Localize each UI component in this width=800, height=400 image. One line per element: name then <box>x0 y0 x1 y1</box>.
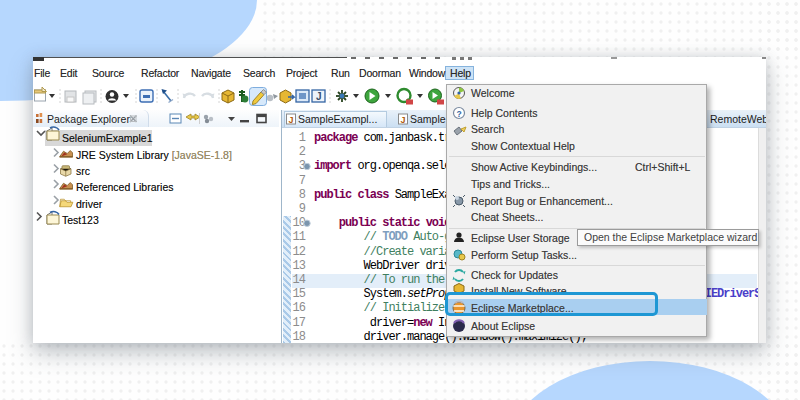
svg-text:?: ? <box>457 109 462 119</box>
svg-text:J: J <box>401 115 406 125</box>
svg-text:J: J <box>316 91 322 102</box>
svg-text:J: J <box>289 115 294 125</box>
